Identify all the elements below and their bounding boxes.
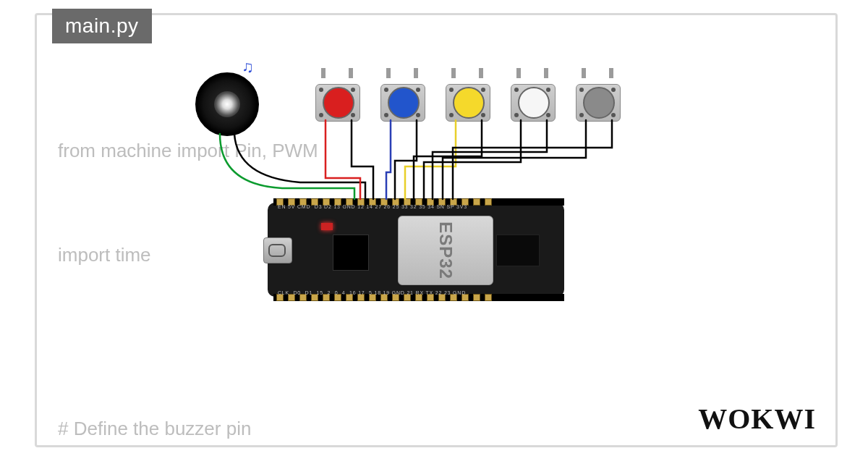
push-button-gray[interactable] xyxy=(571,77,624,120)
circuit-diagram[interactable]: ♫ EN 5V CMD D3 D2 13 GND 12 14 27 26 25 xyxy=(174,51,665,304)
board-led-icon xyxy=(321,223,333,230)
button-cap xyxy=(323,87,354,119)
buzzer-component[interactable] xyxy=(195,72,259,136)
push-button-white[interactable] xyxy=(506,77,558,120)
brand-logo: WOKWI xyxy=(698,402,816,436)
push-button-yellow[interactable] xyxy=(441,77,493,120)
button-cap xyxy=(453,87,485,119)
button-lead xyxy=(321,68,326,78)
code-line: # Define the buzzer pin xyxy=(58,411,533,446)
button-cap xyxy=(518,87,550,119)
push-button-blue[interactable] xyxy=(376,77,428,120)
pin-labels-top: EN 5V CMD D3 D2 13 GND 12 14 27 26 25 33… xyxy=(278,204,560,209)
buzzer-cone xyxy=(214,91,240,117)
button-lead xyxy=(349,68,353,78)
pin-labels-bottom: CLK D0 D1 15 2 0 4 16 17 5 18 19 GND 21 … xyxy=(278,290,560,295)
file-tab[interactable]: main.py xyxy=(52,9,152,43)
push-button-red[interactable] xyxy=(311,77,363,120)
mcu-chip-icon xyxy=(333,235,369,271)
music-note-icon: ♫ xyxy=(242,58,254,77)
button-cap xyxy=(583,87,615,119)
esp32-module: ESP32 xyxy=(398,216,493,285)
antenna-icon xyxy=(496,235,540,266)
usb-port-icon xyxy=(263,237,292,263)
button-cap xyxy=(388,87,420,119)
esp32-board[interactable]: EN 5V CMD D3 D2 13 GND 12 14 27 26 25 33… xyxy=(268,203,564,297)
file-tab-label: main.py xyxy=(65,14,139,37)
